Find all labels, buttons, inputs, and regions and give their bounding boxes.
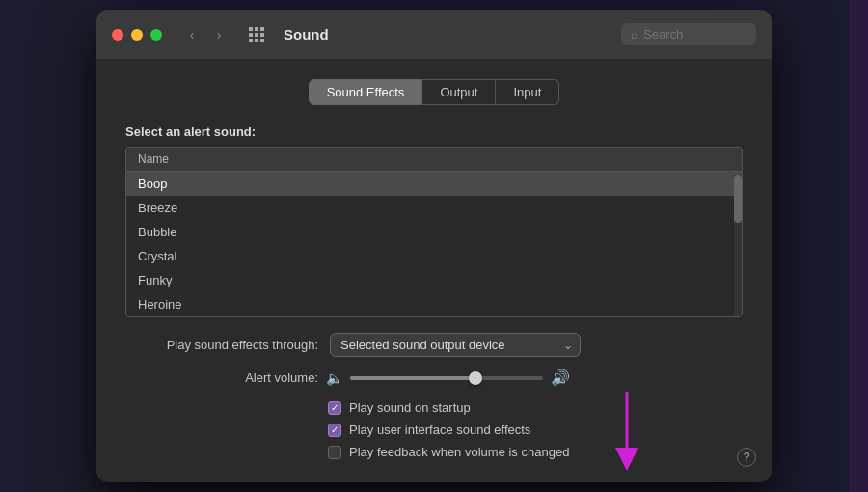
sound-item-breeze[interactable]: Breeze xyxy=(126,196,742,220)
volume-slider-track[interactable] xyxy=(350,376,543,380)
back-button[interactable]: ‹ xyxy=(181,24,203,45)
titlebar: ‹ › Sound ⌕ xyxy=(96,10,772,60)
play-through-row: Play sound effects through: Selected sou… xyxy=(125,333,743,357)
annotation-arrow xyxy=(617,387,675,474)
play-through-label: Play sound effects through: xyxy=(125,338,318,352)
volume-low-icon: 🔈 xyxy=(326,370,342,386)
play-through-select[interactable]: Selected sound output device xyxy=(330,333,581,357)
sound-item-boop[interactable]: Boop xyxy=(126,172,742,196)
background-right xyxy=(849,0,868,492)
checkbox-ui-sounds-input[interactable]: ✓ xyxy=(328,424,341,437)
checkmark-icon-2: ✓ xyxy=(331,425,339,435)
close-button[interactable] xyxy=(112,29,123,41)
system-preferences-window: ‹ › Sound ⌕ Sound Effects Output Input S… xyxy=(96,10,772,482)
scrollbar-track xyxy=(734,175,742,316)
sound-list-container: Name Boop Breeze Bubble Crystal Funky He… xyxy=(125,147,743,317)
volume-row: Alert volume: 🔈 🔊 xyxy=(125,369,743,387)
sound-item-heroine[interactable]: Heroine xyxy=(126,292,742,316)
volume-high-icon: 🔊 xyxy=(551,369,570,387)
minimize-button[interactable] xyxy=(131,29,143,41)
checkbox-feedback: Play feedback when volume is changed xyxy=(328,445,743,459)
maximize-button[interactable] xyxy=(150,29,162,41)
checkbox-feedback-input[interactable] xyxy=(328,446,341,459)
list-header: Name xyxy=(126,148,742,172)
checkmark-icon: ✓ xyxy=(331,403,339,413)
search-input[interactable] xyxy=(643,27,746,41)
content-area: Sound Effects Output Input Select an ale… xyxy=(96,60,772,482)
play-through-select-wrapper: Selected sound output device ⌄ xyxy=(330,333,581,357)
background-left xyxy=(0,0,111,492)
tab-output[interactable]: Output xyxy=(422,79,496,105)
sound-item-funky[interactable]: Funky xyxy=(126,268,742,292)
checkbox-startup: ✓ Play sound on startup xyxy=(328,400,743,415)
checkbox-feedback-label: Play feedback when volume is changed xyxy=(349,445,569,459)
tab-group: Sound Effects Output Input xyxy=(125,79,743,105)
help-button[interactable]: ? xyxy=(737,448,756,467)
sound-list[interactable]: Boop Breeze Bubble Crystal Funky Heroine xyxy=(126,172,742,316)
checkbox-ui-sounds-label: Play user interface sound effects xyxy=(349,423,530,437)
search-box[interactable]: ⌕ xyxy=(621,23,756,45)
sound-item-bubble[interactable]: Bubble xyxy=(126,220,742,244)
volume-slider-fill xyxy=(350,376,475,380)
sound-item-crystal[interactable]: Crystal xyxy=(126,244,742,268)
nav-buttons: ‹ › xyxy=(181,24,230,45)
checkbox-ui-sounds: ✓ Play user interface sound effects xyxy=(328,423,743,437)
tab-input[interactable]: Input xyxy=(496,79,559,105)
section-label: Select an alert sound: xyxy=(125,124,743,139)
checkbox-startup-input[interactable]: ✓ xyxy=(328,401,341,415)
tab-sound-effects[interactable]: Sound Effects xyxy=(309,79,423,105)
window-title: Sound xyxy=(284,26,610,42)
traffic-lights xyxy=(112,29,162,41)
checkbox-startup-label: Play sound on startup xyxy=(349,400,471,415)
volume-slider-thumb[interactable] xyxy=(469,371,482,385)
scrollbar-thumb[interactable] xyxy=(734,175,742,223)
search-icon: ⌕ xyxy=(631,28,637,41)
forward-button[interactable]: › xyxy=(208,24,230,45)
apps-grid-icon[interactable] xyxy=(249,27,264,42)
alert-volume-label: Alert volume: xyxy=(125,370,318,385)
